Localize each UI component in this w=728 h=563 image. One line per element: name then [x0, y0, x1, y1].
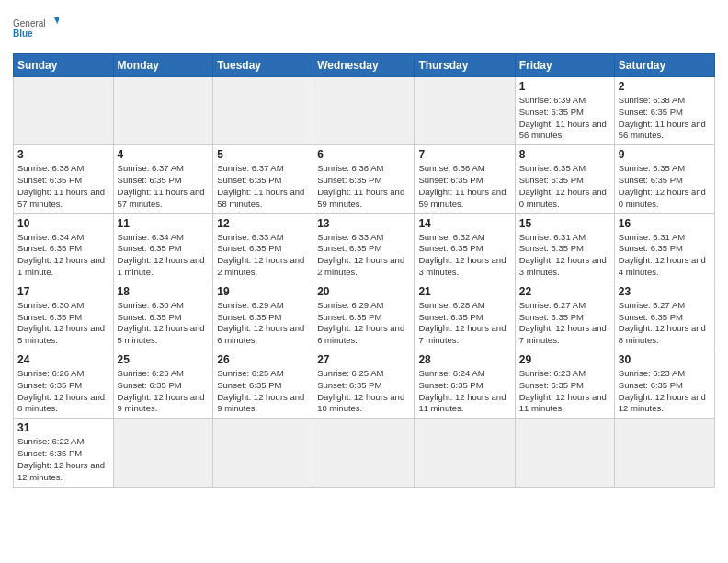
calendar-cell: 9Sunrise: 6:35 AMSunset: 6:35 PMDaylight…	[614, 145, 714, 213]
calendar-cell: 30Sunrise: 6:23 AMSunset: 6:35 PMDayligh…	[614, 350, 714, 419]
calendar-cell: 19Sunrise: 6:29 AMSunset: 6:35 PMDayligh…	[213, 282, 313, 350]
day-info: Sunrise: 6:23 AMSunset: 6:35 PMDaylight:…	[619, 368, 711, 415]
day-info: Sunrise: 6:34 AMSunset: 6:35 PMDaylight:…	[17, 232, 109, 279]
calendar-cell: 26Sunrise: 6:25 AMSunset: 6:35 PMDayligh…	[213, 350, 313, 419]
day-info: Sunrise: 6:39 AMSunset: 6:35 PMDaylight:…	[519, 95, 610, 142]
day-number: 1	[519, 80, 610, 93]
day-info: Sunrise: 6:31 AMSunset: 6:35 PMDaylight:…	[619, 232, 711, 279]
day-number: 26	[217, 353, 309, 366]
day-number: 4	[118, 148, 210, 161]
day-info: Sunrise: 6:29 AMSunset: 6:35 PMDaylight:…	[217, 300, 309, 347]
calendar-header-tuesday: Tuesday	[213, 54, 313, 77]
day-number: 23	[619, 285, 711, 298]
day-info: Sunrise: 6:30 AMSunset: 6:35 PMDaylight:…	[17, 300, 109, 347]
day-number: 31	[17, 421, 109, 434]
calendar-week-4: 24Sunrise: 6:26 AMSunset: 6:35 PMDayligh…	[14, 350, 715, 419]
day-number: 14	[418, 217, 510, 230]
svg-marker-2	[54, 17, 59, 25]
day-info: Sunrise: 6:36 AMSunset: 6:35 PMDaylight:…	[317, 163, 410, 210]
day-info: Sunrise: 6:23 AMSunset: 6:35 PMDaylight:…	[519, 368, 610, 415]
calendar-week-1: 3Sunrise: 6:38 AMSunset: 6:35 PMDaylight…	[14, 145, 715, 213]
day-number: 11	[118, 217, 210, 230]
calendar-cell	[415, 419, 515, 487]
calendar-cell: 31Sunrise: 6:22 AMSunset: 6:35 PMDayligh…	[14, 419, 114, 487]
day-number: 25	[118, 353, 210, 366]
calendar-cell	[415, 77, 515, 145]
day-number: 7	[418, 148, 510, 161]
day-number: 24	[17, 353, 109, 366]
day-info: Sunrise: 6:25 AMSunset: 6:35 PMDaylight:…	[317, 368, 410, 415]
calendar-cell: 27Sunrise: 6:25 AMSunset: 6:35 PMDayligh…	[313, 350, 415, 419]
calendar-cell: 25Sunrise: 6:26 AMSunset: 6:35 PMDayligh…	[113, 350, 213, 419]
day-info: Sunrise: 6:33 AMSunset: 6:35 PMDaylight:…	[217, 232, 309, 279]
day-info: Sunrise: 6:32 AMSunset: 6:35 PMDaylight:…	[418, 232, 510, 279]
calendar-header-monday: Monday	[113, 54, 213, 77]
day-info: Sunrise: 6:38 AMSunset: 6:35 PMDaylight:…	[619, 95, 711, 142]
day-number: 16	[619, 217, 711, 230]
svg-text:General: General	[13, 18, 46, 29]
calendar-cell: 14Sunrise: 6:32 AMSunset: 6:35 PMDayligh…	[415, 213, 515, 282]
day-number: 18	[118, 285, 210, 298]
header: General Blue	[13, 9, 715, 46]
calendar-header-wednesday: Wednesday	[313, 54, 415, 77]
calendar-header-friday: Friday	[515, 54, 614, 77]
calendar-week-2: 10Sunrise: 6:34 AMSunset: 6:35 PMDayligh…	[14, 213, 715, 282]
day-info: Sunrise: 6:22 AMSunset: 6:35 PMDaylight:…	[17, 436, 109, 483]
day-number: 5	[217, 148, 309, 161]
day-number: 17	[17, 285, 109, 298]
day-number: 6	[317, 148, 410, 161]
calendar-cell	[113, 419, 213, 487]
day-info: Sunrise: 6:27 AMSunset: 6:35 PMDaylight:…	[519, 300, 610, 347]
day-info: Sunrise: 6:29 AMSunset: 6:35 PMDaylight:…	[317, 300, 410, 347]
calendar-cell	[313, 77, 415, 145]
page: General Blue SundayMondayTuesdayWednesda…	[0, 0, 728, 563]
day-number: 9	[619, 148, 711, 161]
day-info: Sunrise: 6:26 AMSunset: 6:35 PMDaylight:…	[118, 368, 210, 415]
calendar-cell	[14, 77, 114, 145]
day-number: 19	[217, 285, 309, 298]
logo: General Blue	[13, 9, 59, 46]
day-number: 29	[519, 353, 610, 366]
calendar-cell: 6Sunrise: 6:36 AMSunset: 6:35 PMDaylight…	[313, 145, 415, 213]
calendar-cell: 12Sunrise: 6:33 AMSunset: 6:35 PMDayligh…	[213, 213, 313, 282]
day-info: Sunrise: 6:35 AMSunset: 6:35 PMDaylight:…	[519, 163, 610, 210]
svg-text:Blue: Blue	[13, 29, 33, 39]
calendar-cell: 3Sunrise: 6:38 AMSunset: 6:35 PMDaylight…	[14, 145, 114, 213]
calendar-cell: 4Sunrise: 6:37 AMSunset: 6:35 PMDaylight…	[113, 145, 213, 213]
calendar-cell: 1Sunrise: 6:39 AMSunset: 6:35 PMDaylight…	[515, 77, 614, 145]
day-number: 21	[418, 285, 510, 298]
calendar-cell: 24Sunrise: 6:26 AMSunset: 6:35 PMDayligh…	[14, 350, 114, 419]
day-info: Sunrise: 6:28 AMSunset: 6:35 PMDaylight:…	[418, 300, 510, 347]
calendar-cell: 18Sunrise: 6:30 AMSunset: 6:35 PMDayligh…	[113, 282, 213, 350]
calendar-header-saturday: Saturday	[614, 54, 714, 77]
calendar-cell: 29Sunrise: 6:23 AMSunset: 6:35 PMDayligh…	[515, 350, 614, 419]
day-info: Sunrise: 6:24 AMSunset: 6:35 PMDaylight:…	[418, 368, 510, 415]
calendar-cell: 15Sunrise: 6:31 AMSunset: 6:35 PMDayligh…	[515, 213, 614, 282]
calendar-cell	[113, 77, 213, 145]
day-info: Sunrise: 6:31 AMSunset: 6:35 PMDaylight:…	[519, 232, 610, 279]
calendar-cell: 23Sunrise: 6:27 AMSunset: 6:35 PMDayligh…	[614, 282, 714, 350]
calendar-cell	[614, 419, 714, 487]
day-info: Sunrise: 6:26 AMSunset: 6:35 PMDaylight:…	[17, 368, 109, 415]
calendar-header-thursday: Thursday	[415, 54, 515, 77]
day-number: 28	[418, 353, 510, 366]
calendar-cell: 2Sunrise: 6:38 AMSunset: 6:35 PMDaylight…	[614, 77, 714, 145]
calendar-cell: 28Sunrise: 6:24 AMSunset: 6:35 PMDayligh…	[415, 350, 515, 419]
day-info: Sunrise: 6:35 AMSunset: 6:35 PMDaylight:…	[619, 163, 711, 210]
day-number: 10	[17, 217, 109, 230]
day-info: Sunrise: 6:33 AMSunset: 6:35 PMDaylight:…	[317, 232, 410, 279]
calendar-cell	[213, 419, 313, 487]
calendar-cell: 16Sunrise: 6:31 AMSunset: 6:35 PMDayligh…	[614, 213, 714, 282]
calendar-cell: 13Sunrise: 6:33 AMSunset: 6:35 PMDayligh…	[313, 213, 415, 282]
calendar-cell: 17Sunrise: 6:30 AMSunset: 6:35 PMDayligh…	[14, 282, 114, 350]
calendar-cell: 10Sunrise: 6:34 AMSunset: 6:35 PMDayligh…	[14, 213, 114, 282]
calendar-week-3: 17Sunrise: 6:30 AMSunset: 6:35 PMDayligh…	[14, 282, 715, 350]
calendar-header-sunday: Sunday	[14, 54, 114, 77]
calendar-cell	[313, 419, 415, 487]
calendar-cell: 22Sunrise: 6:27 AMSunset: 6:35 PMDayligh…	[515, 282, 614, 350]
day-info: Sunrise: 6:38 AMSunset: 6:35 PMDaylight:…	[17, 163, 109, 210]
day-info: Sunrise: 6:36 AMSunset: 6:35 PMDaylight:…	[418, 163, 510, 210]
calendar-cell: 7Sunrise: 6:36 AMSunset: 6:35 PMDaylight…	[415, 145, 515, 213]
calendar-cell: 20Sunrise: 6:29 AMSunset: 6:35 PMDayligh…	[313, 282, 415, 350]
day-info: Sunrise: 6:27 AMSunset: 6:35 PMDaylight:…	[619, 300, 711, 347]
